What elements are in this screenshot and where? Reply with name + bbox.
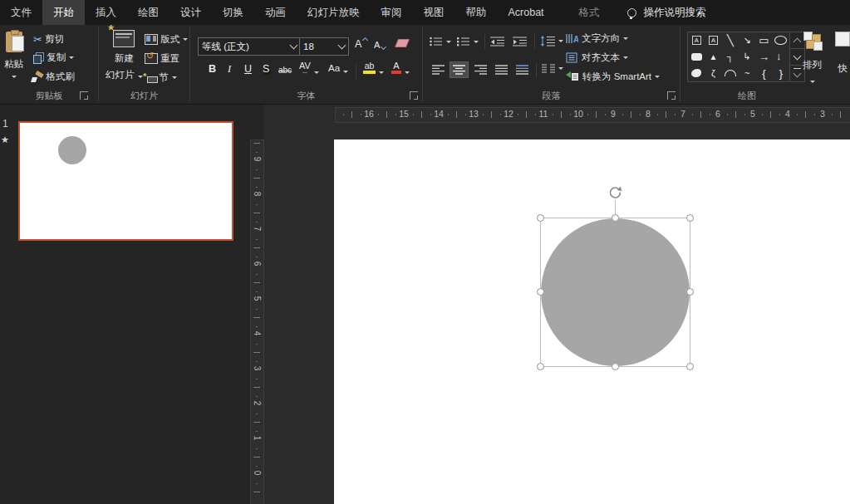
resize-handle-n[interactable] xyxy=(612,214,619,222)
shape-triangle[interactable]: ▲ xyxy=(705,49,721,66)
cut-button[interactable]: ✂ 剪切 xyxy=(33,33,64,46)
shape-freeform[interactable] xyxy=(688,65,705,81)
tab-format[interactable]: 格式 xyxy=(568,0,611,25)
numbering-button[interactable] xyxy=(457,37,479,46)
numbering-dropdown-icon[interactable] xyxy=(474,41,479,43)
shape-right-brace[interactable]: } xyxy=(773,65,789,81)
shape-rounded-rectangle[interactable] xyxy=(688,49,705,66)
justify-button[interactable] xyxy=(493,62,510,77)
character-spacing-button[interactable]: AV↔ xyxy=(299,61,319,74)
selected-circle-shape[interactable] xyxy=(541,218,690,366)
copy-button[interactable]: 复制 xyxy=(33,51,74,64)
shape-line[interactable]: ╲ xyxy=(722,32,739,49)
smartart-dropdown-icon[interactable] xyxy=(655,76,660,78)
columns-dropdown-icon[interactable] xyxy=(558,67,563,70)
resize-handle-w[interactable] xyxy=(537,288,544,296)
shape-vertical-text-box[interactable]: A xyxy=(705,32,721,49)
convert-smartart-button[interactable]: 转换为 SmartArt xyxy=(566,71,660,83)
clipboard-dialog-launcher-icon[interactable] xyxy=(80,91,88,100)
shape-text-box[interactable]: A xyxy=(688,32,705,49)
layout-button[interactable]: 版式 xyxy=(145,33,188,46)
quick-styles-button[interactable]: 快 xyxy=(835,32,850,75)
increase-indent-button[interactable] xyxy=(513,37,527,46)
new-slide-button[interactable]: * 新建 幻灯片 xyxy=(106,30,143,81)
highlight-dropdown-icon[interactable] xyxy=(379,71,384,74)
shape-rectangle[interactable]: ▭ xyxy=(755,32,772,49)
bullets-dropdown-icon[interactable] xyxy=(446,41,451,43)
font-size-combobox[interactable]: 18 xyxy=(299,37,349,56)
align-text-dropdown-icon[interactable] xyxy=(623,56,628,59)
align-center-button[interactable] xyxy=(450,62,468,77)
italic-button[interactable]: I xyxy=(228,63,231,76)
font-dialog-launcher-icon[interactable] xyxy=(410,91,418,100)
tab-review[interactable]: 审阅 xyxy=(371,0,413,25)
paste-dropdown-icon[interactable] xyxy=(12,76,17,78)
font-color-button[interactable]: A xyxy=(391,61,410,74)
shape-down-arrow[interactable]: → xyxy=(773,49,789,66)
shape-oval[interactable] xyxy=(773,32,789,49)
bullets-button[interactable] xyxy=(430,37,451,46)
line-spacing-dropdown-icon[interactable] xyxy=(558,40,563,42)
align-right-button[interactable] xyxy=(472,62,489,77)
tab-home[interactable]: 开始 xyxy=(42,0,85,25)
char-spacing-dropdown-icon[interactable] xyxy=(314,71,319,74)
highlight-color-button[interactable]: ab xyxy=(363,61,384,74)
align-text-button[interactable]: 对齐文本 xyxy=(566,51,628,64)
slide-thumbnail[interactable] xyxy=(18,121,233,241)
shape-line-arrow[interactable]: ↘ xyxy=(739,32,755,49)
text-direction-button[interactable]: A 文字方向 xyxy=(566,32,628,45)
chevron-down-icon[interactable] xyxy=(290,42,298,50)
format-painter-button[interactable]: 格式刷 xyxy=(32,71,75,83)
shape-right-arrow[interactable]: → xyxy=(755,49,772,66)
bold-button[interactable]: B xyxy=(209,63,216,75)
underline-button[interactable]: U xyxy=(244,63,252,75)
tab-file[interactable]: 文件 xyxy=(0,0,42,25)
tab-help[interactable]: 帮助 xyxy=(455,0,498,25)
clear-formatting-button[interactable] xyxy=(396,39,408,47)
copy-dropdown-icon[interactable] xyxy=(69,56,74,59)
tab-acrobat[interactable]: Acrobat xyxy=(498,0,555,25)
text-shadow-button[interactable]: S xyxy=(263,63,269,75)
tab-draw[interactable]: 绘图 xyxy=(127,0,170,25)
shape-left-brace[interactable]: { xyxy=(755,65,772,81)
shape-arc[interactable] xyxy=(722,65,739,81)
font-color-dropdown-icon[interactable] xyxy=(405,71,410,74)
reset-button[interactable]: 重置 xyxy=(145,52,179,65)
tab-design[interactable]: 设计 xyxy=(170,0,212,25)
shape-scribble[interactable]: ζ xyxy=(705,65,721,81)
resize-handle-s[interactable] xyxy=(612,363,619,370)
chevron-down-icon[interactable] xyxy=(338,42,346,50)
resize-handle-sw[interactable] xyxy=(537,363,544,370)
grow-font-button[interactable]: A xyxy=(355,38,367,50)
change-case-button[interactable]: Aa xyxy=(328,63,348,73)
columns-button[interactable] xyxy=(542,64,563,73)
rotation-handle[interactable] xyxy=(607,184,623,200)
tab-transitions[interactable]: 切换 xyxy=(212,0,254,25)
paragraph-dialog-launcher-icon[interactable] xyxy=(667,91,676,100)
shape-selection-box[interactable] xyxy=(540,218,690,367)
decrease-indent-button[interactable] xyxy=(490,37,504,46)
text-direction-dropdown-icon[interactable] xyxy=(623,37,628,40)
shrink-font-button[interactable]: A xyxy=(374,40,386,50)
tab-animations[interactable]: 动画 xyxy=(254,0,297,25)
slide-canvas[interactable]: 161514131211109876543 xyxy=(264,105,850,504)
tell-me-search[interactable]: 操作说明搜索 xyxy=(627,0,706,25)
layout-dropdown-icon[interactable] xyxy=(183,38,188,41)
resize-handle-nw[interactable] xyxy=(537,214,544,222)
resize-handle-se[interactable] xyxy=(686,363,694,370)
strikethrough-button[interactable]: abc xyxy=(278,66,292,75)
change-case-dropdown-icon[interactable] xyxy=(343,71,348,73)
shape-elbow-arrow-connector[interactable]: ↳ xyxy=(739,49,755,66)
font-name-combobox[interactable]: 等线 (正文) xyxy=(198,37,301,56)
align-left-button[interactable] xyxy=(430,62,447,77)
resize-handle-e[interactable] xyxy=(686,288,694,296)
shape-elbow-connector[interactable]: ┐ xyxy=(722,49,739,66)
paste-button[interactable]: 粘贴 xyxy=(4,32,23,78)
tab-slideshow[interactable]: 幻灯片放映 xyxy=(297,0,371,25)
resize-handle-ne[interactable] xyxy=(686,214,694,222)
section-dropdown-icon[interactable] xyxy=(172,76,177,79)
shape-curve[interactable]: ~ xyxy=(739,65,755,81)
section-button[interactable]: 节 xyxy=(145,71,177,84)
arrange-button[interactable]: 排列 xyxy=(803,32,822,83)
tab-view[interactable]: 视图 xyxy=(413,0,455,25)
